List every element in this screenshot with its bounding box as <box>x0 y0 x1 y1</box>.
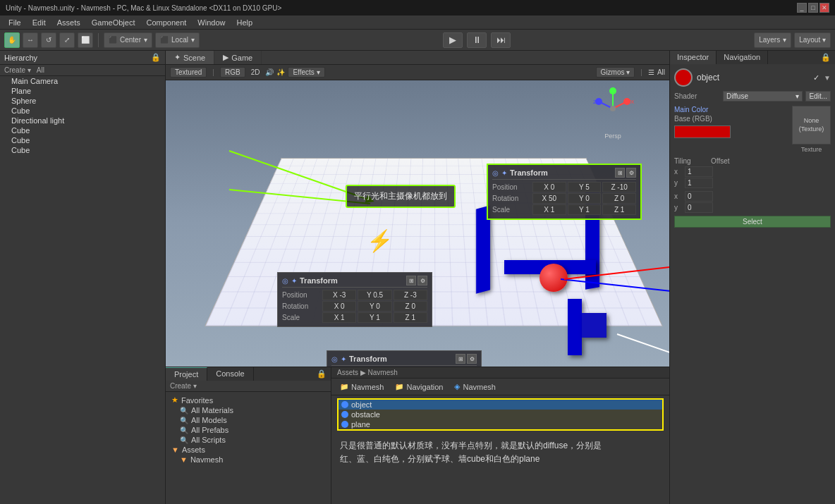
asset-plane[interactable]: plane <box>339 419 662 429</box>
tp4-icon-grid[interactable]: ⊞ <box>456 354 465 364</box>
menu-help[interactable]: Help <box>231 17 258 28</box>
tool-hand[interactable]: ✋ <box>4 32 20 48</box>
tool-scale[interactable]: ⤢ <box>59 32 75 48</box>
inspector-lock[interactable]: 🔒 <box>817 51 835 64</box>
hierarchy-item-plane[interactable]: Plane <box>0 86 165 96</box>
tab-inspector[interactable]: Inspector <box>670 51 717 64</box>
object-color-circle[interactable] <box>674 68 693 87</box>
scene-view[interactable]: X Y Z Persp <box>166 80 669 367</box>
offset-x-input[interactable] <box>685 191 713 202</box>
tree-assets[interactable]: ▼ Assets <box>169 445 328 455</box>
hierarchy-item-sphere[interactable]: Sphere <box>0 96 165 106</box>
step-button[interactable]: ⏭ <box>491 32 511 48</box>
project-lock[interactable]: 🔒 <box>312 367 331 381</box>
texture-label: Texture <box>801 146 822 153</box>
tp3-icon-grid[interactable]: ⊞ <box>406 276 416 285</box>
menu-window[interactable]: Window <box>192 17 231 28</box>
tool-rect[interactable]: ⬜ <box>78 32 93 48</box>
close-button[interactable]: ✕ <box>819 3 829 13</box>
menu-file[interactable]: File <box>3 17 27 28</box>
tiling-offset-section: Tiling Offset x y x <box>674 157 831 228</box>
pivot-dropdown[interactable]: ⬛ Center ▾ <box>104 32 152 48</box>
hierarchy-item-cube4[interactable]: Cube <box>0 145 165 155</box>
menu-gameobject[interactable]: GameObject <box>86 17 141 28</box>
transform-panel-4: ◎ ✦ Transform ⊞ ⚙ Position X 0 Y 0.5 Z -… <box>327 350 482 367</box>
tp1-icon-gear[interactable]: ⚙ <box>626 168 636 178</box>
maximize-button[interactable]: □ <box>808 3 818 13</box>
checkmark-icon[interactable]: ✓ <box>813 73 819 82</box>
color-picker-block[interactable] <box>674 125 731 138</box>
tree-all-scripts[interactable]: 🔍 All Scripts <box>177 435 328 445</box>
edit-button[interactable]: Edit... <box>805 91 831 102</box>
space-dropdown[interactable]: ⬛ Local ▾ <box>155 32 200 48</box>
pause-button[interactable]: ⏸ <box>467 32 487 48</box>
hierarchy-panel: Hierarchy 🔒 Create ▾ All Main Camera Pla… <box>0 51 166 504</box>
select-button[interactable]: Select <box>674 216 831 228</box>
asset-object[interactable]: object <box>339 400 662 410</box>
rgb-option[interactable]: RGB <box>220 67 245 78</box>
tab-project[interactable]: Project <box>166 367 207 381</box>
star-icon: ★ <box>171 395 178 405</box>
tool-rotate[interactable]: ↺ <box>41 32 56 48</box>
tab-scene[interactable]: ✦ Scene <box>166 51 214 64</box>
menu-component[interactable]: Component <box>140 17 192 28</box>
menu-assets[interactable]: Assets <box>51 17 86 28</box>
project-create-btn[interactable]: Create ▾ <box>170 382 197 390</box>
tree-all-materials[interactable]: 🔍 All Materials <box>177 405 328 415</box>
layers-dropdown[interactable]: Layers ▾ <box>754 32 791 48</box>
folders-row: 📁 Navmesh 📁 Navigation ◈ Navmesh <box>331 379 669 395</box>
tool-move[interactable]: ↔ <box>23 32 38 48</box>
asset-obstacle[interactable]: obstacle <box>339 410 662 419</box>
fx-icon[interactable]: ✨ <box>276 68 285 76</box>
inspector-panel: Inspector Navigation 🔒 object ✓ ▼ Shader… <box>669 51 835 504</box>
tp1-header: ◎ ✦ Transform ⊞ ⚙ <box>492 168 636 180</box>
tab-console[interactable]: Console <box>207 367 253 381</box>
hierarchy-item-cube3[interactable]: Cube <box>0 135 165 145</box>
hierarchy-create[interactable]: Create ▾ <box>4 66 31 74</box>
window-buttons: _ □ ✕ <box>797 3 829 13</box>
layout-dropdown[interactable]: Layout ▾ <box>794 32 831 48</box>
hierarchy-list: Main Camera Plane Sphere Cube Directiona… <box>0 76 165 155</box>
hierarchy-item-cube2[interactable]: Cube <box>0 125 165 135</box>
effects-option[interactable]: Effects ▾ <box>288 67 324 78</box>
folder-navmesh-1[interactable]: 📁 Navmesh <box>337 381 386 392</box>
none-texture-block[interactable]: None(Texture) <box>792 106 831 145</box>
tiling-x-input[interactable] <box>685 166 713 177</box>
textured-option[interactable]: Textured <box>170 67 207 78</box>
menu-edit[interactable]: Edit <box>27 17 51 28</box>
hierarchy-lock[interactable]: 🔒 <box>151 53 161 62</box>
tp4-icon-gear[interactable]: ⚙ <box>467 354 477 364</box>
offset-y-input[interactable] <box>685 202 713 213</box>
gizmos-option[interactable]: Gizmos ▾ <box>596 67 635 78</box>
tp1-icon-grid[interactable]: ⊞ <box>615 168 625 178</box>
tree-all-prefabs[interactable]: 🔍 All Prefabs <box>177 425 328 435</box>
2d-btn[interactable]: 2D <box>248 68 263 76</box>
shader-dropdown[interactable]: Diffuse ▾ <box>723 91 803 102</box>
tab-navigation[interactable]: Navigation <box>717 51 768 64</box>
hierarchy-item-dirlight[interactable]: Directional light <box>0 116 165 125</box>
all-label: All <box>657 68 665 76</box>
audio-icon[interactable]: 🔊 <box>265 68 274 76</box>
hierarchy-all: All <box>37 66 44 74</box>
tree-favorites[interactable]: ★ Favorites <box>169 395 328 405</box>
tiling-y-input[interactable] <box>685 178 713 188</box>
tp3-icon-gear[interactable]: ⚙ <box>418 276 427 285</box>
asset-path-text: Assets ▶ Navmesh <box>337 369 398 376</box>
select-area: Select <box>674 216 831 228</box>
scene-toolbar: Textured | RGB 2D 🔊 ✨ Effects ▾ Gizmos ▾… <box>166 65 669 80</box>
tiling-label: Tiling <box>674 157 709 165</box>
tag-icon[interactable]: ▼ <box>824 74 831 82</box>
folder-navigation[interactable]: 📁 Navigation <box>392 381 446 392</box>
tree-all-models[interactable]: 🔍 All Models <box>177 415 328 425</box>
tab-game[interactable]: ▶ Game <box>214 51 262 64</box>
tree-navmesh[interactable]: ▼ Navmesh <box>177 455 328 465</box>
play-controls: ▶ ⏸ ⏭ <box>202 32 751 48</box>
hierarchy-item-cube1[interactable]: Cube <box>0 106 165 116</box>
hierarchy-item-main-camera[interactable]: Main Camera <box>0 76 165 86</box>
folder-navmesh-2[interactable]: ◈ Navmesh <box>451 381 498 392</box>
tp1-title: Transform <box>510 168 548 177</box>
play-button[interactable]: ▶ <box>443 32 463 48</box>
asset-object-label: object <box>351 400 372 409</box>
shader-value: Diffuse <box>726 92 748 100</box>
minimize-button[interactable]: _ <box>797 3 807 13</box>
